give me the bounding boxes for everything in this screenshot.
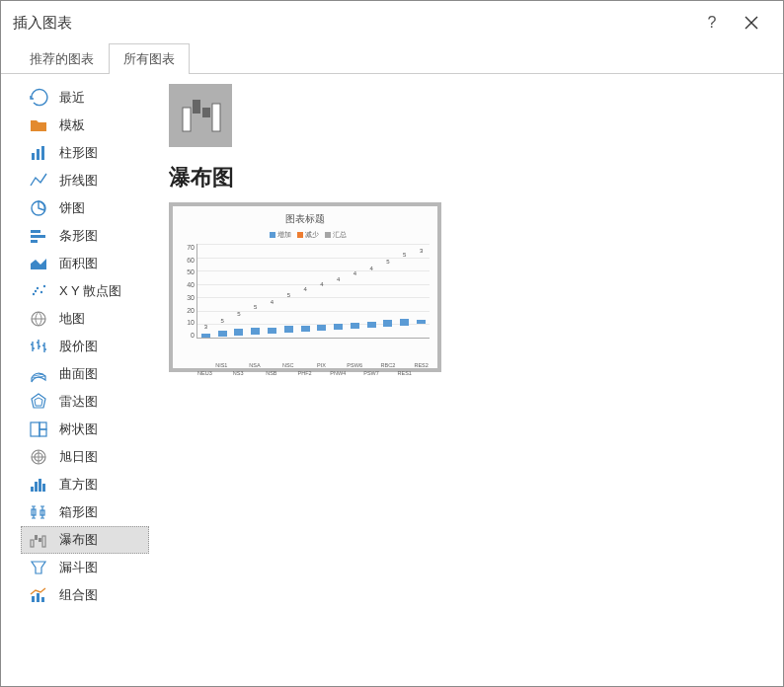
sidebar-label-surface: 曲面图	[59, 365, 98, 383]
sidebar-label-boxwhisker: 箱形图	[59, 503, 98, 521]
column-icon	[29, 143, 48, 163]
tab-all-charts[interactable]: 所有图表	[109, 43, 190, 74]
tab-recommended[interactable]: 推荐的图表	[15, 43, 109, 74]
templates-icon	[29, 115, 48, 135]
sidebar-item-scatter[interactable]: X Y 散点图	[21, 277, 149, 305]
bar-col: 4	[330, 244, 347, 338]
sidebar-item-sunburst[interactable]: 旭日图	[21, 443, 149, 471]
sidebar-label-templates: 模板	[59, 116, 85, 134]
x-tick: PIX	[313, 362, 330, 368]
y-tick: 10	[181, 319, 195, 326]
svg-point-8	[37, 287, 39, 289]
sunburst-icon-wrap	[28, 448, 49, 466]
legend-swatch	[325, 232, 331, 238]
sidebar-label-waterfall: 瀑布图	[59, 531, 98, 549]
x-tick: RBC2	[379, 362, 396, 368]
y-tick: 60	[181, 257, 195, 264]
svg-point-9	[40, 291, 42, 293]
chart-type-sidebar: 最近模板柱形图折线图饼图条形图面积图X Y 散点图地图股价图曲面图雷达图树状图旭…	[1, 74, 149, 686]
bar-col: 4	[347, 244, 363, 338]
close-button[interactable]	[732, 3, 771, 42]
sidebar-item-line[interactable]: 折线图	[21, 167, 149, 194]
dialog-title: 插入图表	[13, 14, 692, 33]
bar	[400, 319, 409, 326]
svg-rect-2	[41, 146, 44, 160]
boxwhisker-icon-wrap	[28, 503, 49, 521]
y-axis: 706050403020100	[181, 244, 195, 339]
bar-data-label: 4	[363, 266, 380, 271]
tab-bar: 推荐的图表 所有图表	[1, 42, 783, 74]
svg-point-10	[43, 285, 45, 287]
sidebar-item-bar[interactable]: 条形图	[21, 222, 149, 250]
sidebar-item-histogram[interactable]: 直方图	[21, 471, 149, 498]
sidebar-item-surface[interactable]: 曲面图	[21, 360, 149, 388]
bar-col: 5	[247, 244, 264, 338]
sidebar-item-combo[interactable]: 组合图	[21, 581, 149, 609]
sidebar-item-map[interactable]: 地图	[21, 305, 149, 333]
svg-rect-5	[31, 235, 45, 238]
bar-col: 4	[297, 244, 314, 338]
sidebar-label-area: 面积图	[59, 255, 98, 272]
chart-type-title: 瀑布图	[169, 163, 763, 192]
recent-icon-wrap	[28, 89, 49, 107]
sidebar-label-stock: 股价图	[59, 338, 98, 355]
sidebar-item-boxwhisker[interactable]: 箱形图	[21, 498, 149, 526]
sidebar-item-treemap[interactable]: 树状图	[21, 416, 149, 443]
sidebar-item-recent[interactable]: 最近	[21, 84, 149, 112]
bar-col: 5	[214, 244, 231, 338]
sidebar-label-pie: 饼图	[59, 199, 85, 217]
bar-col: 4	[264, 244, 280, 338]
bar-col: 5	[396, 244, 413, 338]
x-tick: NSC	[279, 362, 296, 368]
bar-col: 3	[197, 244, 214, 338]
chart-preview[interactable]: 图表标题 增加减少汇总 706050403020100 355545444445…	[169, 202, 441, 372]
help-button[interactable]: ?	[692, 3, 732, 42]
line-icon	[29, 171, 48, 191]
svg-rect-23	[42, 484, 45, 492]
sidebar-label-line: 折线图	[59, 172, 98, 190]
scatter-icon	[29, 281, 48, 301]
stock-icon-wrap	[28, 338, 49, 355]
sidebar-label-funnel: 漏斗图	[59, 559, 98, 576]
x-tick: NIS1	[213, 362, 230, 368]
legend-label: 增加	[277, 231, 291, 238]
sidebar-item-area[interactable]: 面积图	[21, 250, 149, 277]
sidebar-label-scatter: X Y 散点图	[59, 282, 121, 300]
bar	[367, 322, 376, 327]
waterfall-icon	[179, 96, 222, 135]
svg-rect-32	[41, 597, 44, 602]
svg-rect-4	[31, 230, 40, 233]
legend-swatch	[270, 232, 275, 238]
sidebar-item-templates[interactable]: 模板	[21, 112, 149, 139]
sidebar-item-radar[interactable]: 雷达图	[21, 388, 149, 416]
bar-col: 5	[380, 244, 397, 338]
preview-title: 图表标题	[181, 212, 430, 226]
svg-marker-14	[35, 398, 42, 406]
map-icon-wrap	[28, 310, 49, 328]
treemap-icon-wrap	[28, 420, 49, 438]
sidebar-item-pie[interactable]: 饼图	[21, 194, 149, 222]
pie-icon	[29, 198, 48, 218]
histogram-icon-wrap	[28, 476, 49, 494]
bar	[301, 326, 310, 331]
x-tick: PHF2	[296, 370, 313, 376]
bar-data-label: 5	[380, 259, 397, 265]
sidebar-item-waterfall[interactable]: 瀑布图	[21, 526, 149, 554]
sidebar-item-column[interactable]: 柱形图	[21, 139, 149, 167]
svg-rect-17	[39, 429, 46, 436]
x-tick: RES2	[413, 362, 430, 368]
bar-data-label: 4	[264, 299, 280, 305]
bar	[417, 320, 426, 324]
subtype-waterfall-thumb[interactable]	[169, 84, 232, 147]
svg-rect-15	[31, 422, 39, 436]
svg-rect-0	[32, 153, 35, 160]
sidebar-item-funnel[interactable]: 漏斗图	[21, 554, 149, 581]
close-icon	[745, 16, 758, 30]
bar	[383, 320, 392, 327]
area-icon	[29, 254, 48, 273]
funnel-icon	[29, 558, 48, 577]
sidebar-item-stock[interactable]: 股价图	[21, 333, 149, 360]
bar-data-label: 5	[247, 304, 264, 310]
treemap-icon	[29, 420, 48, 439]
bar-data-label: 5	[280, 292, 297, 298]
